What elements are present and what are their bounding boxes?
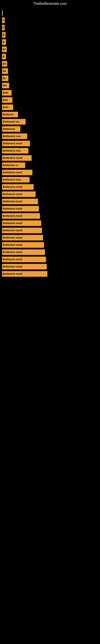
result-bar: Bottl [2,104,13,110]
result-bar: Bottleneck result [2,235,43,240]
bar-row: Bottleneck result [2,256,100,262]
bar-row: Bottleneck result [2,199,100,204]
result-bar: Bottleneck result [2,192,36,197]
result-bar: Bot [2,83,9,88]
bar-row: Bo [2,46,100,52]
bar-row: Bottlenec [2,112,100,117]
bar-row: Bot [2,83,100,88]
bar-row: Bottleneck result [2,213,100,219]
result-bar: Bottleneck result [2,242,44,248]
bar-row: Bo [2,61,100,66]
bar-row: Bottleneck result [2,170,100,175]
result-bar: Bottleneck [2,126,20,132]
result-bar [2,10,3,16]
bar-row: Bottleneck res [2,119,100,124]
bar-row: Bottleneck resu [2,134,100,139]
bar-row [2,10,100,16]
result-bar: Bottleneck result [2,213,40,219]
bar-row: Bottleneck result [2,264,100,270]
result-bar: Bo [2,46,7,52]
result-bar: F [2,18,5,23]
bar-row: Bottleneck result [2,155,100,161]
result-bar: Bottleneck res [2,119,26,124]
result-bar: Bottleneck resu [2,148,28,154]
bar-row: B [2,54,100,59]
bar-row: Bottl [2,90,100,96]
bar-row: Bottleneck [2,126,100,132]
bar-row: B [2,32,100,38]
result-bar: B [2,32,6,38]
result-bar: Bottleneck result [2,220,41,226]
bar-row: Bottleneck resu [2,177,100,182]
result-bar: B [2,39,6,45]
bar-row: Bottleneck result [2,192,100,197]
bars-container: FEBBBoBBoBoBoBotBottlBottBottlBottlenecB… [0,8,100,280]
bar-row: Bo [2,76,100,81]
bar-row: Bott [2,97,100,103]
result-bar: Bottleneck result [2,170,32,175]
bar-row: E [2,25,100,30]
bar-row: B [2,39,100,45]
result-bar: Bottleneck result [2,155,32,161]
result-bar: Bottleneck result [2,206,39,212]
result-bar: Bottlenec [2,112,18,117]
result-bar: Bottleneck result [2,256,46,262]
bar-row: Bottleneck result [2,184,100,190]
result-bar: Bo [2,61,7,66]
result-bar: Bottleneck result [2,271,48,277]
result-bar: Bo [2,76,8,81]
result-bar: Bottl [2,90,12,96]
result-bar: Bottleneck result [2,199,38,204]
bar-row: F [2,18,100,23]
result-bar: Bottleneck result [2,249,45,255]
bar-row: Bottleneck result [2,249,100,255]
bar-row: Bottleneck resu [2,148,100,154]
result-bar: Bottleneck result [2,264,47,270]
bar-row: Bottleneck re [2,162,100,168]
site-title: TheBottlenecker.com [0,0,100,8]
result-bar: Bottleneck result [2,184,34,190]
bar-row: Bo [2,68,100,74]
result-bar: Bottleneck result [2,228,42,233]
bar-row: Bottleneck result [2,206,100,212]
result-bar: Bottleneck result [2,141,30,146]
bar-row: Bottleneck result [2,220,100,226]
result-bar: Bottleneck resu [2,134,27,139]
result-bar: Bo [2,68,8,74]
result-bar: Bott [2,97,12,103]
result-bar: B [2,54,6,59]
result-bar: Bottleneck re [2,162,25,168]
bar-row: Bottleneck result [2,141,100,146]
bar-row: Bottleneck result [2,235,100,240]
bar-row: Bottleneck result [2,271,100,277]
bar-row: Bottleneck result [2,242,100,248]
bar-row: Bottl [2,104,100,110]
result-bar: E [2,25,5,30]
result-bar: Bottleneck resu [2,177,30,182]
bar-row: Bottleneck result [2,228,100,233]
